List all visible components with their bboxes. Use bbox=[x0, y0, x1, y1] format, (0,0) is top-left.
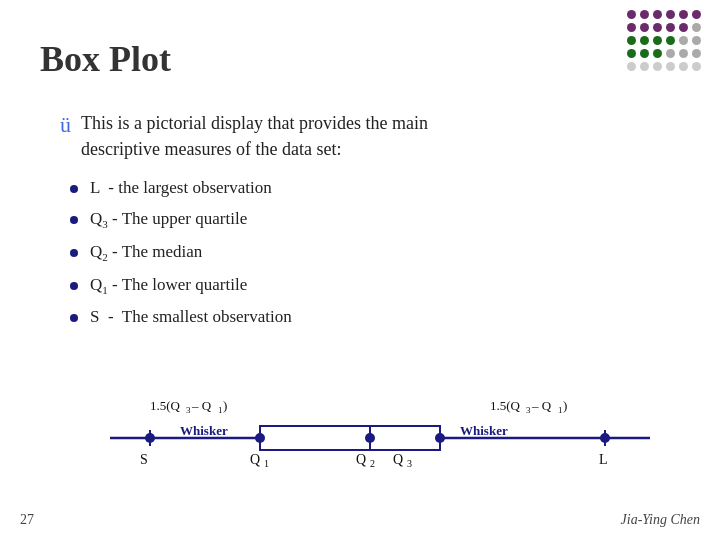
svg-text:– Q: – Q bbox=[191, 398, 212, 413]
svg-text:1.5(Q: 1.5(Q bbox=[490, 398, 521, 413]
q1-dot bbox=[255, 433, 265, 443]
svg-text:– Q: – Q bbox=[531, 398, 552, 413]
list-item: L - the largest observation bbox=[70, 176, 680, 200]
svg-text:): ) bbox=[563, 398, 567, 413]
s-label: S bbox=[140, 452, 148, 467]
dot bbox=[679, 62, 688, 71]
svg-text:3: 3 bbox=[526, 405, 531, 415]
sub-item-text: S - The smallest observation bbox=[90, 305, 292, 329]
sub-list: L - the largest observation Q3 - The upp… bbox=[70, 176, 680, 329]
page-number: 27 bbox=[20, 512, 34, 528]
l-label: L bbox=[599, 452, 608, 467]
dot bbox=[627, 36, 636, 45]
bullet-dot bbox=[70, 185, 78, 193]
dot bbox=[692, 36, 701, 45]
dot bbox=[640, 49, 649, 58]
boxplot-svg: 1.5(Q 3 – Q 1 ) 1.5(Q 3 – Q 1 ) Whis bbox=[60, 396, 680, 476]
diagram-section: 1.5(Q 3 – Q 1 ) 1.5(Q 3 – Q 1 ) Whis bbox=[60, 396, 680, 480]
dot bbox=[653, 10, 662, 19]
label-left-top: 1.5(Q bbox=[150, 398, 181, 413]
whisker-right-label: Whisker bbox=[460, 423, 508, 438]
dot bbox=[692, 23, 701, 32]
q2-label: Q bbox=[356, 452, 366, 467]
svg-text:1: 1 bbox=[264, 458, 269, 469]
author-name: Jia-Ying Chen bbox=[621, 512, 700, 528]
whisker-left-label: Whisker bbox=[180, 423, 228, 438]
dot bbox=[666, 10, 675, 19]
q1-label: Q bbox=[250, 452, 260, 467]
dot bbox=[627, 10, 636, 19]
dot bbox=[666, 62, 675, 71]
check-icon: ü bbox=[60, 112, 71, 138]
svg-text:1: 1 bbox=[558, 405, 563, 415]
dot bbox=[640, 10, 649, 19]
bullet-dot bbox=[70, 314, 78, 322]
dot bbox=[666, 23, 675, 32]
page-title: Box Plot bbox=[40, 38, 171, 80]
dot bbox=[627, 62, 636, 71]
dot bbox=[692, 49, 701, 58]
q3-dot bbox=[435, 433, 445, 443]
svg-text:1: 1 bbox=[218, 405, 223, 415]
q3-label: Q bbox=[393, 452, 403, 467]
main-bullet: ü This is a pictorial display that provi… bbox=[60, 110, 680, 162]
dot bbox=[692, 10, 701, 19]
main-text-line2: descriptive measures of the data set: bbox=[81, 136, 428, 162]
dot bbox=[653, 23, 662, 32]
dot bbox=[653, 62, 662, 71]
dot bbox=[679, 23, 688, 32]
dot bbox=[679, 36, 688, 45]
q2-dot bbox=[365, 433, 375, 443]
dot bbox=[653, 49, 662, 58]
sub-item-text: L - the largest observation bbox=[90, 176, 272, 200]
dot bbox=[653, 36, 662, 45]
s-dot bbox=[145, 433, 155, 443]
box-rect bbox=[260, 426, 440, 450]
sub-item-text: Q1 - The lower quartile bbox=[90, 273, 247, 299]
dot bbox=[627, 23, 636, 32]
dot bbox=[679, 49, 688, 58]
bullet-dot bbox=[70, 282, 78, 290]
dot bbox=[640, 62, 649, 71]
dot bbox=[692, 62, 701, 71]
sub-item-text: Q2 - The median bbox=[90, 240, 202, 266]
svg-text:3: 3 bbox=[407, 458, 412, 469]
sub-item-text: Q3 - The upper quartile bbox=[90, 207, 247, 233]
dot bbox=[640, 23, 649, 32]
dot bbox=[679, 10, 688, 19]
list-item: Q1 - The lower quartile bbox=[70, 273, 680, 299]
svg-text:): ) bbox=[223, 398, 227, 413]
list-item: Q2 - The median bbox=[70, 240, 680, 266]
l-dot bbox=[600, 433, 610, 443]
bullet-dot bbox=[70, 249, 78, 257]
bullet-dot bbox=[70, 216, 78, 224]
dot bbox=[640, 36, 649, 45]
svg-text:2: 2 bbox=[370, 458, 375, 469]
main-text-line1: This is a pictorial display that provide… bbox=[81, 110, 428, 136]
dot bbox=[666, 49, 675, 58]
main-content: ü This is a pictorial display that provi… bbox=[60, 110, 680, 336]
dot bbox=[627, 49, 636, 58]
svg-text:3: 3 bbox=[186, 405, 191, 415]
dot bbox=[666, 36, 675, 45]
decorative-dots bbox=[627, 10, 702, 72]
list-item: Q3 - The upper quartile bbox=[70, 207, 680, 233]
list-item: S - The smallest observation bbox=[70, 305, 680, 329]
